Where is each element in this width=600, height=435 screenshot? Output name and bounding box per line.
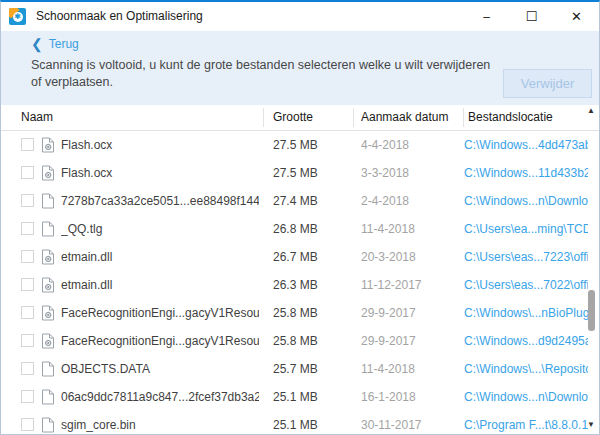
row-checkbox[interactable]	[21, 194, 34, 207]
file-name: etmain.dll	[61, 243, 259, 271]
row-checkbox[interactable]	[21, 390, 34, 403]
table-row[interactable]: etmain.dll 26.3 MB 11-12-2017 C:\Users\e…	[1, 271, 599, 299]
gear-glyph	[45, 144, 51, 150]
title-bar: ✱ Schoonmaak en Optimalisering – ☐ ✕	[1, 2, 599, 31]
row-checkbox[interactable]	[21, 334, 34, 347]
file-size: 25.8 MB	[273, 327, 348, 355]
gear-glyph	[45, 172, 51, 178]
close-button[interactable]: ✕	[554, 2, 599, 31]
file-size: 26.7 MB	[273, 243, 348, 271]
table-row[interactable]: Flash.ocx 27.5 MB 3-3-2018 C:\Windows...…	[1, 159, 599, 187]
file-location-link[interactable]: C:\Users\eas...7223\office6	[464, 243, 588, 271]
file-icon	[41, 221, 55, 237]
file-table: Naam Grootte Aanmaak datum Bestandslocat…	[1, 105, 599, 435]
file-name: _QQ.tlg	[61, 215, 259, 243]
file-name: etmain.dll	[61, 271, 259, 299]
file-name: Flash.ocx	[61, 159, 259, 187]
file-date: 11-4-2018	[361, 355, 456, 383]
file-location-link[interactable]: C:\Windows...d9d2495aa7	[464, 327, 588, 355]
file-icon	[41, 389, 55, 405]
gear-file-icon	[41, 137, 55, 153]
file-location-link[interactable]: C:\Windows...4dd473ab3a	[464, 131, 588, 159]
file-size: 27.5 MB	[273, 131, 348, 159]
gear-file-icon	[41, 277, 55, 293]
file-date: 4-4-2018	[361, 131, 456, 159]
file-size: 25.1 MB	[273, 411, 348, 435]
table-row[interactable]: 7278b7ca33a2ce5051...ee88498f1442057dc3 …	[1, 187, 599, 215]
back-link[interactable]: ❮ Terug	[31, 37, 79, 51]
file-location-link[interactable]: C:\Windows...11d433b25b	[464, 159, 588, 187]
table-row[interactable]: FaceRecognitionEngi...gacyV1Resources.dl…	[1, 299, 599, 327]
file-location-link[interactable]: C:\Windows...n\Download	[464, 187, 588, 215]
file-location-link[interactable]: C:\Windows\...\Repository	[464, 355, 588, 383]
table-header: Naam Grootte Aanmaak datum Bestandslocat…	[1, 105, 599, 131]
row-checkbox[interactable]	[21, 250, 34, 263]
column-divider	[463, 108, 464, 127]
column-divider	[353, 108, 354, 127]
file-name: OBJECTS.DATA	[61, 355, 259, 383]
file-icon	[41, 193, 55, 209]
gear-glyph	[45, 312, 51, 318]
table-row[interactable]: 06ac9ddc7811a9c847...2fcef37db3a261f8d1 …	[1, 383, 599, 411]
file-icon	[41, 361, 55, 377]
gear-file-icon	[41, 249, 55, 265]
gear-file-icon	[41, 165, 55, 181]
file-name: 7278b7ca33a2ce5051...ee88498f1442057dc3	[61, 187, 259, 215]
gear-glyph	[45, 340, 51, 346]
table-row[interactable]: sgim_core.bin 25.1 MB 30-11-2017 C:\Prog…	[1, 411, 599, 435]
file-date: 11-4-2018	[361, 215, 456, 243]
file-size: 25.8 MB	[273, 299, 348, 327]
minimize-button[interactable]: –	[464, 2, 509, 31]
row-checkbox[interactable]	[21, 138, 34, 151]
file-date: 2-4-2018	[361, 187, 456, 215]
row-checkbox[interactable]	[21, 362, 34, 375]
column-header-naam[interactable]: Naam	[21, 110, 53, 124]
table-row[interactable]: Flash.ocx 27.5 MB 4-4-2018 C:\Windows...…	[1, 131, 599, 159]
file-date: 11-12-2017	[361, 271, 456, 299]
file-location-link[interactable]: C:\Windows...n\Download	[464, 383, 588, 411]
file-size: 27.4 MB	[273, 187, 348, 215]
row-checkbox[interactable]	[21, 306, 34, 319]
table-row[interactable]: FaceRecognitionEngi...gacyV1Resources.dl…	[1, 327, 599, 355]
file-date: 29-9-2017	[361, 327, 456, 355]
column-divider	[263, 108, 264, 127]
file-location-link[interactable]: C:\Users\ea...ming\TCData	[464, 215, 588, 243]
table-body: Flash.ocx 27.5 MB 4-4-2018 C:\Windows...…	[1, 131, 599, 435]
column-header-aanmaak-datum[interactable]: Aanmaak datum	[361, 110, 448, 124]
delete-button[interactable]: Verwijder	[503, 69, 592, 98]
back-chevron-icon: ❮	[31, 38, 43, 50]
table-row[interactable]: etmain.dll 26.7 MB 20-3-2018 C:\Users\ea…	[1, 243, 599, 271]
file-location-link[interactable]: C:\Program F...t\8.8.0.1814	[464, 411, 588, 435]
table-row[interactable]: _QQ.tlg 26.8 MB 11-4-2018 C:\Users\ea...…	[1, 215, 599, 243]
row-checkbox[interactable]	[21, 222, 34, 235]
file-date: 20-3-2018	[361, 243, 456, 271]
file-name: FaceRecognitionEngi...gacyV1Resources.dl…	[61, 299, 259, 327]
scroll-thumb[interactable]	[588, 290, 595, 331]
file-icon	[41, 417, 55, 433]
table-row[interactable]: OBJECTS.DATA 25.7 MB 11-4-2018 C:\Window…	[1, 355, 599, 383]
row-checkbox[interactable]	[21, 278, 34, 291]
app-icon: ✱	[9, 8, 26, 25]
gear-file-icon	[41, 305, 55, 321]
scroll-up-arrow[interactable]: ▲	[584, 106, 598, 116]
maximize-button[interactable]: ☐	[509, 2, 554, 31]
file-name: Flash.ocx	[61, 131, 259, 159]
status-banner: ❮ Terug Scanning is voltooid, u kunt de …	[1, 31, 599, 105]
file-location-link[interactable]: C:\Users\eas...7022\office6	[464, 271, 588, 299]
app-icon-disc: ✱	[13, 12, 23, 22]
file-size: 27.5 MB	[273, 159, 348, 187]
row-checkbox[interactable]	[21, 166, 34, 179]
window-controls: – ☐ ✕	[464, 2, 599, 31]
gear-glyph	[45, 256, 51, 262]
file-location-link[interactable]: C:\Windows\...nBioPlugIns	[464, 299, 588, 327]
file-name: 06ac9ddc7811a9c847...2fcef37db3a261f8d1	[61, 383, 259, 411]
app-window: ✱ Schoonmaak en Optimalisering – ☐ ✕ ❮ T…	[0, 0, 600, 435]
file-date: 30-11-2017	[361, 411, 456, 435]
column-header-bestandslocatie[interactable]: Bestandslocatie	[468, 110, 553, 124]
row-checkbox[interactable]	[21, 418, 34, 431]
column-header-grootte[interactable]: Grootte	[273, 110, 313, 124]
file-date: 29-9-2017	[361, 299, 456, 327]
scroll-down-arrow[interactable]: ▼	[584, 420, 598, 430]
file-name: FaceRecognitionEngi...gacyV1Resources.dl…	[61, 327, 259, 355]
scrollbar[interactable]: ▲ ▼	[584, 105, 598, 433]
